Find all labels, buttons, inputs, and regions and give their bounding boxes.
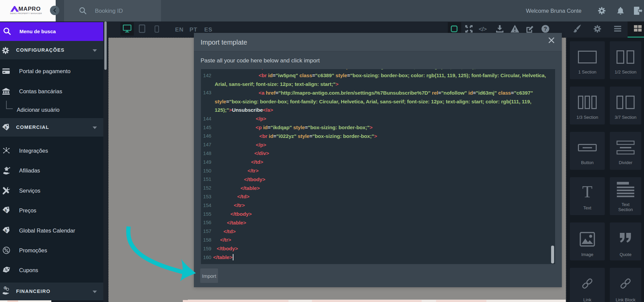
svg-text:?: ? xyxy=(544,26,547,32)
svg-text:$: $ xyxy=(5,287,6,289)
